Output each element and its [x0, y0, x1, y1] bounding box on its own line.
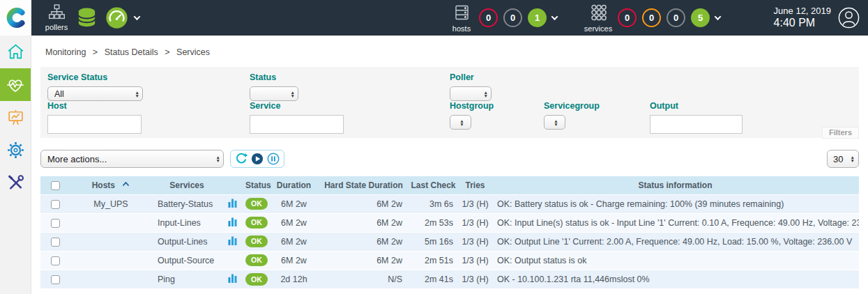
last-check-cell: 2m 53s: [408, 213, 459, 232]
status-select[interactable]: ▲▼: [250, 86, 298, 101]
breadcrumb-item-services[interactable]: Services: [176, 47, 210, 57]
breadcrumb-item-status-details[interactable]: Status Details: [105, 47, 158, 57]
host-input[interactable]: [47, 115, 142, 134]
graph-icon[interactable]: [228, 275, 237, 285]
status-badge: OK: [245, 217, 268, 229]
select-stepper-icon: ▲▼: [551, 119, 558, 126]
last-check-cell: 5m 16s: [408, 232, 459, 251]
status-cell: OK: [243, 270, 268, 288]
pollers-icon: [48, 4, 66, 20]
more-actions-select[interactable]: More actions... ▲▼: [40, 150, 224, 168]
graph-cell: [222, 270, 243, 288]
counter-unknown[interactable]: 0: [667, 8, 685, 27]
hosts-menu[interactable]: hosts: [447, 4, 476, 33]
pollers-label: pollers: [40, 23, 73, 31]
column-header-status[interactable]: Status: [243, 176, 268, 194]
column-header-tries[interactable]: Tries: [459, 176, 492, 194]
row-checkbox[interactable]: [51, 200, 60, 209]
row-select-cell: [40, 194, 70, 213]
play-button[interactable]: [251, 153, 264, 165]
refresh-button[interactable]: [235, 153, 248, 165]
filter-hostgroup: Hostgroup ▲▼: [450, 101, 494, 130]
service-status-select[interactable]: All ▲▼: [47, 86, 143, 101]
duration-cell: 2d 12h: [268, 270, 319, 288]
sidebar-item-monitoring[interactable]: [0, 68, 31, 101]
host-cell[interactable]: [70, 232, 152, 251]
column-header-duration[interactable]: Duration: [268, 176, 319, 194]
counter-unreachable[interactable]: 0: [503, 8, 522, 27]
column-header-last-check[interactable]: Last Check: [408, 176, 459, 194]
last-check-cell: 2m 51s: [408, 251, 459, 270]
graph-icon[interactable]: [228, 238, 237, 247]
graph-icon[interactable]: [228, 200, 237, 210]
sidebar-item-home[interactable]: [0, 36, 31, 68]
host-cell[interactable]: [70, 270, 152, 288]
counter-critical[interactable]: 0: [618, 8, 637, 27]
main-content: Monitoring > Status Details > Services S…: [32, 36, 868, 288]
status-badge: OK: [245, 273, 268, 286]
output-input[interactable]: [650, 115, 743, 134]
pause-button[interactable]: [267, 153, 280, 165]
gauge-status-menu[interactable]: [105, 6, 139, 29]
sidebar-item-reports[interactable]: [0, 101, 31, 134]
breadcrumb-item-monitoring[interactable]: Monitoring: [45, 47, 86, 57]
service-cell[interactable]: Ping: [152, 270, 222, 288]
service-input[interactable]: [250, 115, 344, 134]
centreon-logo-icon: [6, 8, 25, 28]
graph-cell: [222, 232, 243, 251]
host-cell[interactable]: My_UPS: [70, 194, 152, 213]
row-checkbox[interactable]: [51, 238, 60, 247]
column-header-services[interactable]: Services: [152, 176, 222, 194]
page-size-select[interactable]: 30 ▲▼: [827, 150, 859, 168]
database-status-icon[interactable]: [76, 7, 98, 31]
hard-state-duration-cell: 6M 2w: [319, 213, 408, 232]
counter-ok[interactable]: 5: [691, 8, 710, 27]
column-header-graph: [222, 176, 243, 194]
column-header-hosts[interactable]: Hosts: [70, 176, 152, 194]
sidebar-item-configuration[interactable]: [0, 134, 31, 167]
service-status-counters: 0005: [618, 8, 720, 27]
row-checkbox[interactable]: [51, 275, 60, 284]
breadcrumb-separator: >: [93, 47, 98, 57]
filter-output: Output: [650, 101, 743, 134]
column-header-status-information[interactable]: Status information: [492, 176, 859, 194]
counter-warning[interactable]: 0: [642, 8, 661, 27]
user-menu[interactable]: [837, 6, 860, 32]
host-cell[interactable]: [70, 213, 152, 232]
breadcrumb: Monitoring > Status Details > Services: [32, 36, 868, 57]
centreon-logo[interactable]: [0, 0, 31, 36]
counter-up[interactable]: 1: [528, 8, 547, 27]
column-header-hard-state-duration[interactable]: Hard State Duration: [319, 176, 408, 194]
play-icon: [251, 153, 264, 165]
service-row: My_UPS Battery-Status OK 6M 2w 6M 2w 3m …: [40, 194, 859, 213]
select-all-cell: [40, 176, 70, 194]
servicegroup-select[interactable]: ▲▼: [544, 115, 565, 130]
filter-label: Host: [47, 101, 142, 111]
service-cell[interactable]: Input-Lines: [152, 213, 222, 232]
filters-toggle-tab[interactable]: Filters: [822, 127, 859, 139]
time-text: 4:40 PM: [774, 17, 831, 29]
status-information-cell: OK - 10.100.1.231 rta 11,446mslost 0%: [492, 270, 859, 288]
services-menu[interactable]: services: [581, 4, 615, 33]
hosts-icon: [453, 4, 471, 21]
service-cell[interactable]: Output-Source: [152, 251, 222, 270]
status-badge: OK: [245, 254, 268, 267]
filter-poller: Poller ▲▼: [450, 72, 492, 101]
pollers-menu[interactable]: pollers: [40, 4, 73, 31]
counter-down[interactable]: 0: [479, 8, 498, 27]
duration-cell: 6M 2w: [268, 232, 319, 251]
service-cell[interactable]: Battery-Status: [152, 194, 222, 213]
sidebar-item-administration[interactable]: [0, 167, 31, 199]
chevron-down-icon[interactable]: [715, 13, 722, 20]
service-row: Input-Lines OK 6M 2w 6M 2w 2m 53s 1/3 (H…: [40, 213, 859, 232]
service-cell[interactable]: Output-Lines: [152, 232, 222, 251]
host-cell[interactable]: [70, 251, 152, 270]
refresh-icon: [235, 153, 248, 165]
row-checkbox[interactable]: [51, 219, 60, 228]
row-checkbox[interactable]: [51, 256, 60, 265]
chevron-down-icon[interactable]: [551, 13, 558, 20]
select-all-checkbox[interactable]: [51, 181, 60, 190]
poller-select[interactable]: ▲▼: [450, 86, 492, 101]
graph-icon[interactable]: [228, 219, 237, 229]
hostgroup-select[interactable]: ▲▼: [450, 115, 471, 130]
